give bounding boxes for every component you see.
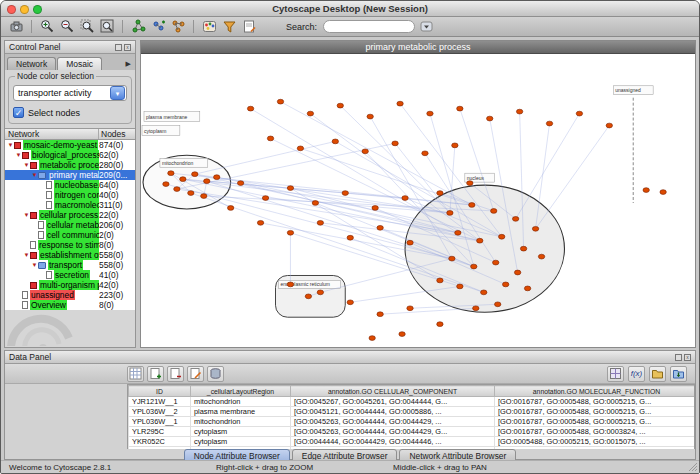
open-file-icon[interactable] [649, 366, 666, 382]
cell[interactable]: [GO:0016787, GO:0005488, GO:0003824, ... [495, 427, 696, 437]
tree-row[interactable]: ▼establishment of lo...558(0) [5, 250, 135, 260]
rename-attribute-icon[interactable] [187, 366, 204, 382]
cell[interactable]: [GO:0045263, GO:0044444, GO:0044429, G..… [291, 427, 495, 437]
network-node[interactable] [502, 282, 508, 287]
network-node[interactable] [524, 286, 530, 291]
tree-row[interactable]: nucleobase...64(0) [5, 180, 135, 190]
network-node[interactable] [307, 111, 313, 116]
column-header[interactable]: _cellularLayoutRegion [191, 386, 291, 397]
float-icon[interactable] [115, 44, 122, 51]
cell[interactable]: [GO:0045263, GO:0044444, GO:0044429, ... [291, 417, 495, 427]
cell[interactable]: [GO:0016787, GO:0005488, GO:0005215, G..… [495, 417, 696, 427]
cell[interactable]: YPL036W__2 [129, 407, 191, 417]
cell[interactable]: [GO:0045121, GO:0044444, GO:0005886, ... [291, 407, 495, 417]
network-node[interactable] [455, 230, 461, 235]
zoom-out-icon[interactable] [58, 18, 76, 35]
cell[interactable]: [GO:0044444, GO:0044429, GO:0044446, ... [291, 437, 495, 447]
camera-icon[interactable] [7, 18, 25, 35]
network-node[interactable] [337, 103, 343, 108]
network-edge[interactable] [516, 114, 580, 219]
network-edge[interactable] [310, 114, 479, 241]
tree-row[interactable]: ▼cellular process22(0) [5, 210, 135, 220]
tab-network[interactable]: Network [7, 57, 56, 70]
tree-row[interactable]: Overview8(0) [5, 300, 135, 310]
close-icon[interactable]: x [684, 354, 691, 361]
network-node[interactable] [287, 230, 293, 235]
network-node[interactable] [188, 191, 194, 196]
cell[interactable]: [GO:0005488, GO:0005215, GO:0015075, ... [495, 437, 696, 447]
filter-icon[interactable] [220, 18, 238, 35]
network-node[interactable] [262, 196, 268, 201]
expand-network-icon[interactable] [169, 18, 187, 35]
column-header[interactable]: annotation.GO CELLULAR_COMPONENT [291, 386, 495, 397]
formula-icon[interactable]: f(x) [628, 366, 645, 382]
network-node[interactable] [407, 240, 413, 245]
tree-row[interactable]: cellular metabo...206(0) [5, 220, 135, 230]
network-node[interactable] [267, 136, 273, 141]
network-node[interactable] [347, 235, 353, 240]
network-node[interactable] [163, 182, 169, 187]
network-node[interactable] [457, 106, 463, 111]
network-node[interactable] [447, 211, 453, 216]
expander-icon[interactable]: ▼ [23, 212, 30, 218]
tree-row[interactable]: nitrogen compo...40(0) [5, 190, 135, 200]
tab-scroll-right-icon[interactable]: ▶ [126, 60, 133, 70]
network-node[interactable] [457, 284, 463, 289]
table-row[interactable]: YPL036W__2plasma membrane[GO:0045121, GO… [129, 407, 696, 417]
expander-icon[interactable]: ▼ [7, 142, 14, 148]
network-node[interactable] [471, 264, 477, 269]
network-node[interactable] [257, 220, 263, 225]
tree-row[interactable]: multi-organism pro...42(0) [5, 280, 135, 290]
network-node[interactable] [397, 101, 403, 106]
search-options-icon[interactable] [417, 18, 435, 35]
network-edge[interactable] [536, 126, 610, 229]
network-node[interactable] [237, 181, 243, 186]
zoom-selected-icon[interactable] [78, 18, 96, 35]
tree-row[interactable]: cell communica...2(0) [5, 230, 135, 240]
close-window-button[interactable] [7, 5, 16, 14]
network-node[interactable] [532, 226, 538, 231]
network-node[interactable] [477, 238, 483, 243]
network-node[interactable] [392, 141, 398, 146]
float-icon[interactable] [675, 354, 682, 361]
network-node[interactable] [192, 172, 198, 177]
network-node[interactable] [317, 220, 323, 225]
network-node[interactable] [520, 246, 526, 251]
network-node[interactable] [367, 114, 373, 119]
network-node[interactable] [491, 209, 497, 214]
cell[interactable]: [GO:0016787, GO:0005488, GO:0005215, G..… [495, 407, 696, 417]
network-node[interactable] [452, 143, 458, 148]
network-node[interactable] [576, 111, 582, 116]
zoom-in-icon[interactable] [38, 18, 56, 35]
cell[interactable]: YJR121W__1 [129, 397, 191, 407]
select-nodes-checkbox[interactable]: ✓ [13, 107, 24, 118]
tree-row[interactable]: unassigned223(0) [5, 290, 135, 300]
network-node[interactable] [437, 278, 443, 283]
node-color-dropdown[interactable]: transporter activity ▾ [13, 85, 127, 101]
network-node[interactable] [402, 196, 408, 201]
network-node[interactable] [399, 332, 405, 337]
network-node[interactable] [512, 216, 518, 221]
network-node[interactable] [495, 302, 501, 307]
tree-row[interactable]: ▼biological_process62(0) [5, 150, 135, 160]
add-nodes-icon[interactable] [149, 18, 167, 35]
network-edge[interactable] [280, 102, 471, 205]
network-node[interactable] [347, 300, 353, 305]
network-node[interactable] [247, 106, 253, 111]
resize-grip[interactable] [687, 461, 698, 472]
network-node[interactable] [372, 206, 378, 211]
network-node[interactable] [362, 149, 368, 154]
network-node[interactable] [180, 177, 186, 182]
network-node[interactable] [201, 194, 207, 199]
tree-row[interactable]: macromolecule...311(0) [5, 200, 135, 210]
network-node[interactable] [332, 139, 338, 144]
tree-row[interactable]: ▼metabolic process280(0) [5, 160, 135, 170]
network-node[interactable] [174, 187, 180, 192]
tree-column-network[interactable]: Network [5, 129, 99, 139]
network-node[interactable] [287, 186, 293, 191]
expander-icon[interactable]: ▼ [23, 162, 30, 168]
table-row[interactable]: YPL036W__1mitochondrion[GO:0045263, GO:0… [129, 417, 696, 427]
cell[interactable]: mitochondrion [191, 397, 291, 407]
network-node[interactable] [473, 306, 479, 311]
cell[interactable]: YLR295C [129, 427, 191, 437]
